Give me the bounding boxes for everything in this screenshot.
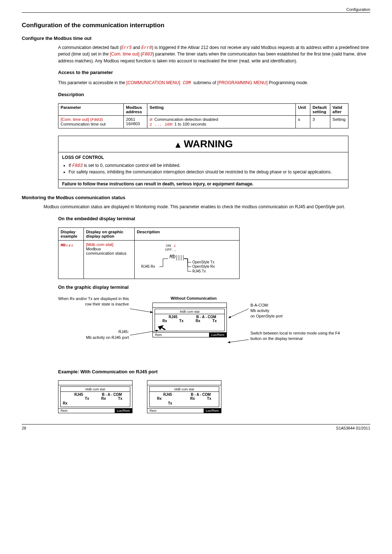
svg-line-16 — [228, 340, 249, 342]
configure-paragraph: A communication detected fault (Err5 and… — [22, 45, 370, 64]
access-heading: Access to the parameter — [58, 69, 370, 76]
description-heading: Description — [58, 91, 370, 98]
left-top-callout: When Rx and/or Tx are displayed in this … — [58, 296, 129, 307]
screen-without-comm: Mdb com stat RJ45B - A - COM RxTxRxTx Re… — [152, 303, 227, 337]
example-screens: Mdb com stat RJ45B - A - COM TxRxTx Rx R… — [58, 380, 370, 413]
svg-text:ON: 1: ON: 1 — [166, 244, 176, 248]
cursor-icon — [157, 324, 172, 331]
parameter-table: Parameter Modbus address Setting Unit De… — [58, 103, 348, 128]
table-header-row: Parameter Modbus address Setting Unit De… — [58, 104, 348, 116]
monitor-text: Modbus communication status are displaye… — [22, 204, 370, 210]
configure-heading: Configure the Modbus time out — [22, 36, 370, 41]
warning-title: ▲WARNING — [58, 136, 348, 152]
table-row: Mb₁₀₁ [Mdb com stat] Modbus communicatio… — [58, 240, 240, 279]
svg-text:RJ45 Tx: RJ45 Tx — [192, 269, 206, 273]
display-table: Display example Display on graphic displ… — [58, 227, 240, 279]
table-header-row: Display example Display on graphic displ… — [58, 227, 240, 240]
mb-diagram: ON: 1 OFF: , Mb RJ45 Rx OpenStyle Tx Ope — [137, 242, 229, 277]
graphic-heading: On the graphic display terminal — [58, 284, 370, 291]
screen-example-1: Mdb com stat RJ45B - A - COM TxRxTx Rx R… — [58, 380, 132, 413]
embedded-heading: On the embedded display terminal — [58, 216, 370, 222]
locrem-callout: Switch between local to remote mode usin… — [250, 331, 345, 342]
svg-line-15 — [229, 309, 249, 318]
doc-ref: S1A53844 01/2011 — [336, 426, 370, 430]
rj45-activity-label: Mb activity on RJ45 port — [58, 335, 129, 340]
access-text: This parameter is accessible in the [COM… — [58, 80, 370, 86]
warning-subhead: LOSS OF CONTROL — [62, 155, 344, 161]
seg-err5: Err5 — [121, 45, 132, 50]
screen-example-2: Mdb com stat RJ45B - A - COM RxRxTx Tx R… — [147, 380, 221, 413]
page-footer: 28 S1A53844 01/2011 — [22, 424, 370, 430]
warning-footer: Failure to follow these instructions can… — [58, 180, 348, 188]
seg-err8: Err8 — [142, 45, 152, 50]
page-number: 28 — [22, 426, 26, 430]
svg-text:Mb: Mb — [170, 254, 176, 260]
svg-line-13 — [130, 309, 152, 312]
warning-li-2: For safety reasons, inhibiting the commu… — [69, 169, 344, 175]
warning-li-1: If F803 is set to 0, communication contr… — [69, 163, 344, 169]
without-comm-label: Without Communication — [171, 296, 217, 300]
bacom-callout: B-A-COM: Mb activity on OpenStyle port — [250, 303, 283, 319]
warning-box: ▲WARNING LOSS OF CONTROL If F803 is set … — [58, 136, 348, 188]
svg-text:RJ45 Rx: RJ45 Rx — [141, 264, 155, 268]
screen-diagram: Without Communication When Rx and/or Tx … — [58, 296, 348, 365]
table-row: [Com. time out] (F803) Communication tim… — [58, 116, 348, 128]
section-title: Configuration of the communication inter… — [22, 22, 370, 29]
rj45-label: RJ45: — [102, 329, 129, 334]
example-heading: Example: With Communication on RJ45 port — [58, 369, 370, 376]
svg-text:OFF: ,: OFF: , — [165, 248, 176, 252]
header-category: Configuration — [22, 7, 370, 13]
monitor-heading: Monitoring the Modbus communication stat… — [22, 195, 370, 200]
svg-text:OpenStyle Rx: OpenStyle Rx — [192, 264, 215, 268]
link-com-timeout: [Com. time out] — [110, 52, 139, 57]
svg-text:OpenStyle Tx: OpenStyle Tx — [192, 260, 214, 264]
svg-marker-11 — [158, 325, 166, 330]
warning-icon: ▲ — [173, 140, 182, 150]
